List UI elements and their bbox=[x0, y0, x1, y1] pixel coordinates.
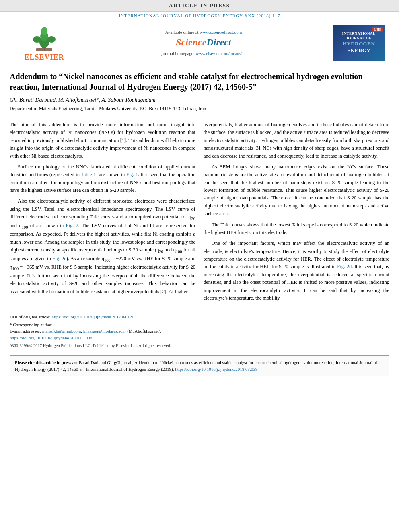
email1-link[interactable]: maliofkh@gmail.com bbox=[42, 329, 81, 333]
doi-line: DOI of original article: https://doi.org… bbox=[10, 314, 389, 320]
citation-box-title: Please cite this article in press as: bbox=[15, 360, 79, 365]
elsevier-tree-icon bbox=[28, 24, 60, 52]
article-body: Addendum to “Nickel nanocones as efficie… bbox=[0, 66, 399, 310]
authors: Gh. Barati Darband, M. Aliofkhazraei*, A… bbox=[10, 97, 389, 103]
available-online-text: Available online at www.sciencedirect.co… bbox=[165, 30, 242, 35]
header-center: Available online at www.sciencedirect.co… bbox=[80, 24, 327, 62]
fig2-ref[interactable]: Fig. 2 bbox=[66, 223, 78, 228]
table1-ref[interactable]: Table 1 bbox=[81, 172, 96, 177]
fig2d-ref[interactable]: Fig. 2d bbox=[337, 264, 352, 269]
column-left: The aim of this addendum is to provide m… bbox=[10, 121, 195, 305]
journal-cover-badge: IJHE bbox=[372, 27, 383, 32]
doi2-url[interactable]: https://doi.org/10.1016/j.ijhydene.2018.… bbox=[10, 335, 92, 340]
right-para-4: One of the important factors, which may … bbox=[204, 240, 389, 302]
right-para-2: As SEM images show, many nanometric edge… bbox=[204, 163, 389, 218]
article-in-press-banner: ARTICLE IN PRESS bbox=[0, 0, 399, 12]
right-para-1: overpotentials, higher amount of hydroge… bbox=[204, 121, 389, 160]
left-para-3: Also the electrocatalytic activity of di… bbox=[10, 197, 195, 296]
elsevier-logo: ELSEVIER bbox=[24, 24, 64, 62]
doi2-line: https://doi.org/10.1016/j.ijhydene.2018.… bbox=[10, 335, 389, 341]
journal-cover: INTERNATIONAL JOURNAL OF HYDROGEN ENERGY… bbox=[333, 25, 385, 61]
journal-name-bar: INTERNATIONAL JOURNAL OF HYDROGEN ENERGY… bbox=[0, 12, 399, 20]
left-para-2: Surface morphology of the NNCs fabricate… bbox=[10, 163, 195, 195]
sciencedirect-url[interactable]: www.sciencedirect.com bbox=[200, 30, 242, 35]
corresponding-author-note: * Corresponding author. bbox=[10, 321, 389, 328]
fig2c-ref[interactable]: Fig. 2c bbox=[52, 256, 66, 261]
journal-homepage: journal homepage: www.elsevier.com/locat… bbox=[162, 51, 246, 56]
email-note: (M. Aliofkhazraei), bbox=[127, 329, 161, 333]
fig1-ref[interactable]: Fig. 1 bbox=[126, 172, 138, 177]
doi-url[interactable]: https://doi.org/10.1016/j.ijhydene.2017.… bbox=[51, 314, 135, 319]
journal-homepage-url[interactable]: www.elsevier.com/locate/he bbox=[196, 51, 246, 56]
citation-doi[interactable]: https://doi.org/10.1016/j.ijhydene.2018.… bbox=[175, 367, 257, 372]
journal-cover-title: INTERNATIONAL JOURNAL OF HYDROGEN ENERGY bbox=[335, 31, 383, 54]
citation-box: Please cite this article in press as: Ba… bbox=[10, 355, 389, 376]
right-para-3: The Tafel curves shows that the lowest T… bbox=[204, 221, 389, 237]
email-label: E-mail addresses: bbox=[10, 329, 41, 333]
divider-line bbox=[10, 117, 389, 117]
affiliation: Department of Materials Engineering, Tar… bbox=[10, 106, 389, 112]
elsevier-logo-area: ELSEVIER bbox=[8, 24, 80, 62]
journal-cover-area: INTERNATIONAL JOURNAL OF HYDROGEN ENERGY… bbox=[327, 24, 391, 62]
sciencedirect-logo: ScienceDirect bbox=[176, 37, 231, 48]
email-line: E-mail addresses: maliofkh@gmail.com, kh… bbox=[10, 328, 389, 335]
doi-label: DOI of original article: bbox=[10, 314, 51, 319]
svg-point-3 bbox=[41, 27, 47, 35]
column-right: overpotentials, higher amount of hydroge… bbox=[204, 121, 389, 305]
copyright-line: 0360-3199/© 2017 Hydrogen Publications L… bbox=[10, 343, 389, 349]
email2-link[interactable]: khazraei@modares.ac.ir bbox=[83, 329, 126, 333]
footer-notes: DOI of original article: https://doi.org… bbox=[0, 310, 399, 352]
svg-point-4 bbox=[33, 36, 41, 43]
left-para-1: The aim of this addendum is to provide m… bbox=[10, 121, 195, 160]
elsevier-text: ELSEVIER bbox=[24, 53, 64, 62]
header-section: ELSEVIER Available online at www.science… bbox=[0, 20, 399, 66]
article-title: Addendum to “Nickel nanocones as efficie… bbox=[10, 71, 389, 92]
svg-point-5 bbox=[47, 36, 56, 43]
two-column-body: The aim of this addendum is to provide m… bbox=[10, 121, 389, 305]
